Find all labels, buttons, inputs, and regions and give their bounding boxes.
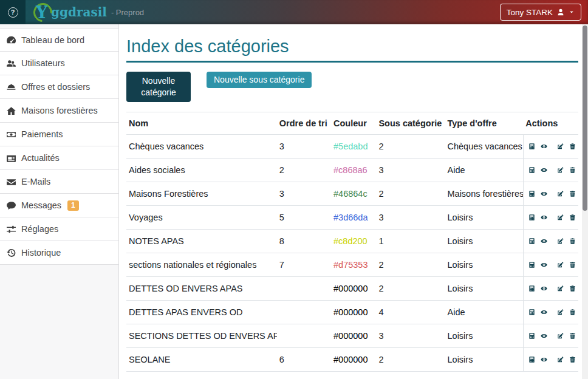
- trash-icon[interactable]: [569, 142, 576, 151]
- trash-icon[interactable]: [569, 331, 576, 341]
- cell-actions: [523, 253, 578, 276]
- cell-nom: Chèques vacances: [126, 134, 277, 158]
- eye-icon[interactable]: [541, 260, 547, 270]
- page-title: Index des catégories: [126, 36, 578, 56]
- sidebar-item-label: E-Mails: [21, 177, 50, 186]
- row-actions: [528, 307, 576, 317]
- sidebar-item-maisons-foresti-res[interactable]: Maisons forestières: [0, 99, 118, 123]
- edit-icon[interactable]: [557, 260, 564, 270]
- cell-type-offre: Chèques vacances: [445, 134, 524, 158]
- calculator-icon[interactable]: [528, 213, 535, 222]
- cell-actions: [523, 276, 578, 300]
- sidebar-item-e-mails[interactable]: E-Mails: [0, 170, 118, 194]
- cell-sous-categorie: 2: [376, 276, 445, 300]
- trash-icon[interactable]: [569, 355, 576, 364]
- cell-nom: sections nationales et régionales: [126, 253, 277, 276]
- eye-icon[interactable]: [541, 142, 547, 151]
- sidebar-item-messages[interactable]: Messages 1: [0, 194, 118, 217]
- sidebar-item-paiements[interactable]: Paiements: [0, 123, 118, 146]
- comment-icon: [6, 200, 16, 211]
- edit-icon[interactable]: [557, 331, 564, 341]
- table-row: Aides sociales 2 #c868a6 3 Aide: [126, 158, 578, 182]
- eye-icon[interactable]: [541, 284, 547, 293]
- money-bill-icon: [6, 129, 16, 140]
- scrollbar-thumb[interactable]: [583, 26, 587, 211]
- sidebar-toggle[interactable]: ?: [0, 0, 26, 24]
- trash-icon[interactable]: [569, 307, 576, 317]
- eye-icon[interactable]: [541, 236, 547, 246]
- trash-icon[interactable]: [569, 213, 576, 222]
- cell-nom: DETTES APAS ENVERS OD: [126, 300, 277, 324]
- edit-icon[interactable]: [557, 165, 564, 175]
- sidebar-item-tableau-de-bord[interactable]: Tableau de bord: [0, 28, 118, 52]
- calculator-icon[interactable]: [528, 331, 535, 341]
- trash-icon[interactable]: [569, 260, 576, 270]
- edit-icon[interactable]: [557, 355, 564, 364]
- topbar: ? Y ggdrasil - Preprod Tony STARK: [0, 0, 588, 24]
- trash-icon[interactable]: [569, 236, 576, 246]
- eye-icon[interactable]: [541, 331, 547, 341]
- calculator-icon[interactable]: [528, 355, 535, 364]
- cell-nom: SECTIONS DETTES OD ENVERS APAS: [126, 324, 277, 347]
- edit-icon[interactable]: [557, 236, 564, 246]
- table-row: Maisons Forestières 3 #46864c 2 Maisons …: [126, 182, 578, 205]
- sidebar-item-utilisateurs[interactable]: Utilisateurs: [0, 52, 118, 75]
- calculator-icon[interactable]: [528, 142, 535, 151]
- help-icon[interactable]: ?: [8, 7, 18, 18]
- brand-name: ggdrasil: [51, 5, 107, 19]
- cell-couleur: #000000: [331, 347, 376, 371]
- trash-icon[interactable]: [569, 284, 576, 293]
- sidebar-item-label: Historique: [21, 248, 61, 258]
- eye-icon[interactable]: [541, 213, 547, 222]
- cell-actions: [523, 300, 578, 324]
- edit-icon[interactable]: [557, 307, 564, 317]
- cell-nom: DETTES OD ENVERS APAS: [126, 276, 277, 300]
- sidebar-item-offres-et-dossiers[interactable]: Offres et dossiers: [0, 75, 118, 99]
- sidebar-item-label: Paiements: [21, 129, 63, 139]
- row-actions: [528, 189, 576, 199]
- new-subcategory-button[interactable]: Nouvelle sous catégorie: [207, 72, 312, 88]
- eye-icon[interactable]: [541, 355, 547, 364]
- dome-icon: [6, 82, 16, 92]
- cell-nom: Aides sociales: [126, 158, 277, 182]
- column-header-actions: Actions: [523, 112, 578, 134]
- sidebar: Tableau de bord Utilisateurs Offres et d…: [0, 24, 119, 379]
- page-scrollbar[interactable]: [582, 24, 588, 379]
- history-icon: [6, 248, 16, 258]
- cell-actions: [523, 158, 578, 182]
- table-row: DETTES OD ENVERS APAS #000000 2 Loisirs: [126, 276, 578, 300]
- table-row: Chèques vacances 3 #5edabd 2 Chèques vac…: [126, 134, 578, 158]
- calculator-icon[interactable]: [528, 260, 535, 270]
- sidebar-item-historique[interactable]: Historique: [0, 241, 118, 265]
- eye-icon[interactable]: [541, 189, 547, 199]
- sidebar-item-r-glages[interactable]: Réglages: [0, 217, 118, 241]
- cell-nom: Maisons Forestières: [126, 182, 277, 205]
- trash-icon[interactable]: [569, 165, 576, 175]
- calculator-icon[interactable]: [528, 189, 535, 199]
- table-row: sections nationales et régionales 7 #d75…: [126, 253, 578, 276]
- user-menu-button[interactable]: Tony STARK: [500, 4, 581, 21]
- calculator-icon[interactable]: [528, 284, 535, 293]
- sidebar-item-actualit-s[interactable]: Actualités: [0, 146, 118, 170]
- eye-icon[interactable]: [541, 165, 547, 175]
- new-category-button[interactable]: Nouvelle catégorie: [126, 72, 191, 102]
- calculator-icon[interactable]: [528, 236, 535, 246]
- table-row: NOTES APAS 8 #c8d200 1 Loisirs: [126, 229, 578, 253]
- eye-icon[interactable]: [541, 307, 547, 317]
- edit-icon[interactable]: [557, 142, 564, 151]
- sidebar-item-label: Messages: [21, 200, 61, 210]
- trash-icon[interactable]: [569, 189, 576, 199]
- calculator-icon[interactable]: [528, 307, 535, 317]
- cell-couleur: #000000: [331, 276, 376, 300]
- cell-type-offre: Loisirs: [445, 347, 524, 371]
- cell-type-offre: Loisirs: [445, 276, 524, 300]
- cell-sous-categorie: 2: [376, 253, 445, 276]
- row-actions: [528, 331, 576, 341]
- calculator-icon[interactable]: [528, 165, 535, 175]
- edit-icon[interactable]: [557, 284, 564, 293]
- row-actions: [528, 284, 576, 293]
- edit-icon[interactable]: [557, 213, 564, 222]
- cell-type-offre: Maisons forestières: [445, 182, 524, 205]
- edit-icon[interactable]: [557, 189, 564, 199]
- cell-sous-categorie: 2: [376, 347, 445, 371]
